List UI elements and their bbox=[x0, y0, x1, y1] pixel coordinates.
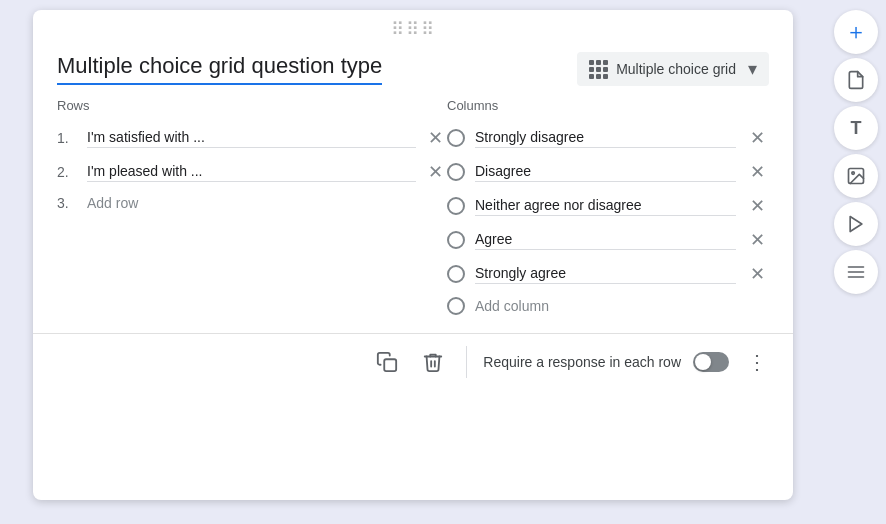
svg-marker-3 bbox=[850, 217, 862, 232]
row-number-2: 2. bbox=[57, 164, 79, 180]
svg-rect-0 bbox=[385, 359, 397, 371]
col-text-4: Agree bbox=[475, 231, 736, 250]
row-text-2: I'm pleased with ... bbox=[87, 163, 416, 182]
row-delete-2[interactable]: ✕ bbox=[424, 161, 447, 183]
col-delete-4[interactable]: ✕ bbox=[746, 229, 769, 251]
image-button[interactable] bbox=[834, 154, 878, 198]
columns-section: Columns Strongly disagree ✕ Disagree ✕ N… bbox=[447, 98, 769, 321]
col-item-add[interactable]: Add column bbox=[447, 291, 769, 321]
radio-2 bbox=[447, 163, 465, 181]
card-footer: Require a response in each row ⋮ bbox=[33, 333, 793, 390]
add-col-text[interactable]: Add column bbox=[475, 298, 769, 314]
more-options-button[interactable]: ⋮ bbox=[741, 344, 773, 380]
question-card: ⠿⠿⠿ Multiple choice grid question type M… bbox=[33, 10, 793, 500]
radio-4 bbox=[447, 231, 465, 249]
drag-handle[interactable]: ⠿⠿⠿ bbox=[33, 10, 793, 44]
radio-add bbox=[447, 297, 465, 315]
col-item-1: Strongly disagree ✕ bbox=[447, 121, 769, 155]
col-delete-5[interactable]: ✕ bbox=[746, 263, 769, 285]
type-selector[interactable]: Multiple choice grid ▾ bbox=[577, 52, 769, 86]
radio-5 bbox=[447, 265, 465, 283]
card-header: Multiple choice grid question type Multi… bbox=[33, 44, 793, 98]
col-item-5: Strongly agree ✕ bbox=[447, 257, 769, 291]
main-area: ⠿⠿⠿ Multiple choice grid question type M… bbox=[0, 0, 826, 524]
columns-label: Columns bbox=[447, 98, 769, 115]
svg-point-2 bbox=[852, 172, 855, 175]
type-label: Multiple choice grid bbox=[616, 61, 736, 77]
question-title: Multiple choice grid question type bbox=[57, 53, 382, 85]
footer-divider bbox=[466, 346, 467, 378]
text-icon: T bbox=[851, 118, 862, 139]
dropdown-arrow-icon: ▾ bbox=[748, 58, 757, 80]
row-number-1: 1. bbox=[57, 130, 79, 146]
row-number-add: 3. bbox=[57, 195, 79, 211]
col-delete-2[interactable]: ✕ bbox=[746, 161, 769, 183]
add-element-button[interactable]: ＋ bbox=[834, 10, 878, 54]
radio-1 bbox=[447, 129, 465, 147]
col-delete-3[interactable]: ✕ bbox=[746, 195, 769, 217]
col-text-3: Neither agree nor disagree bbox=[475, 197, 736, 216]
toggle-knob bbox=[695, 354, 711, 370]
grid-icon bbox=[589, 60, 608, 79]
col-item-4: Agree ✕ bbox=[447, 223, 769, 257]
add-row-text[interactable]: Add row bbox=[87, 195, 447, 211]
row-text-1: I'm satisfied with ... bbox=[87, 129, 416, 148]
row-item-2: 2. I'm pleased with ... ✕ bbox=[57, 155, 447, 189]
delete-button[interactable] bbox=[416, 345, 450, 379]
right-sidebar: ＋ T bbox=[826, 0, 886, 524]
import-button[interactable] bbox=[834, 58, 878, 102]
row-item-add[interactable]: 3. Add row bbox=[57, 189, 447, 217]
radio-3 bbox=[447, 197, 465, 215]
require-label: Require a response in each row bbox=[483, 354, 681, 370]
col-text-2: Disagree bbox=[475, 163, 736, 182]
row-item-1: 1. I'm satisfied with ... ✕ bbox=[57, 121, 447, 155]
col-delete-1[interactable]: ✕ bbox=[746, 127, 769, 149]
rows-label: Rows bbox=[57, 98, 447, 115]
copy-button[interactable] bbox=[370, 345, 404, 379]
text-button[interactable]: T bbox=[834, 106, 878, 150]
content-row: Rows 1. I'm satisfied with ... ✕ 2. I'm … bbox=[33, 98, 793, 321]
video-button[interactable] bbox=[834, 202, 878, 246]
col-text-1: Strongly disagree bbox=[475, 129, 736, 148]
section-button[interactable] bbox=[834, 250, 878, 294]
require-toggle[interactable] bbox=[693, 352, 729, 372]
row-delete-1[interactable]: ✕ bbox=[424, 127, 447, 149]
col-item-2: Disagree ✕ bbox=[447, 155, 769, 189]
app-wrapper: ⠿⠿⠿ Multiple choice grid question type M… bbox=[0, 0, 886, 524]
col-text-5: Strongly agree bbox=[475, 265, 736, 284]
col-item-3: Neither agree nor disagree ✕ bbox=[447, 189, 769, 223]
rows-section: Rows 1. I'm satisfied with ... ✕ 2. I'm … bbox=[57, 98, 447, 321]
